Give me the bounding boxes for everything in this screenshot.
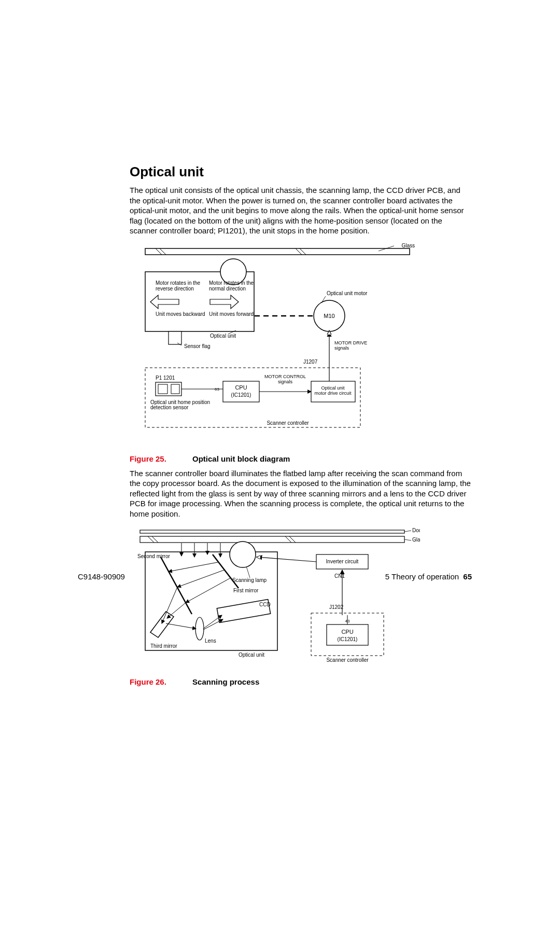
label-cn1: CN1 [334, 573, 345, 579]
svg-rect-16 [158, 384, 167, 394]
footer-chapter: 5 Theory of operation 65 [385, 572, 472, 581]
svg-point-30 [230, 542, 256, 567]
label-ic1201-2: (IC1201) [338, 636, 358, 642]
svg-rect-17 [171, 384, 179, 394]
label-j1202: J1202 [329, 604, 344, 610]
label-scanner-controller2: Scanner controller [326, 657, 369, 663]
footer-chapter-text: 5 Theory of operation [385, 572, 459, 581]
paragraph-2: The scanner controller board illuminates… [130, 468, 472, 519]
label-home-sensor: Optical unit home positiondetection sens… [150, 399, 210, 410]
footer-part-number: C9148-90909 [78, 572, 125, 581]
label-glass: Glass [401, 243, 415, 248]
label-second-mirror: Second mirror [137, 553, 170, 559]
figure-25-number: Figure 25. [130, 454, 166, 463]
label-ic1201: (IC1201) [231, 392, 251, 398]
label-unit-forward: Unit moves forward [209, 311, 254, 317]
label-motor-drive: MOTOR DRIVEsignals [334, 340, 367, 351]
page-content: Optical unit The optical unit consists o… [130, 164, 472, 691]
label-unit-back: Unit moves backward [156, 311, 205, 317]
svg-line-23 [404, 531, 411, 532]
paragraph-1: The optical unit consists of the optical… [130, 185, 472, 236]
label-pin63: 63 [215, 387, 219, 392]
label-j1207: J1207 [303, 359, 318, 365]
label-first-mirror: First mirror [233, 588, 259, 593]
label-glass2: Glass [412, 537, 420, 543]
label-ccd: CCD [259, 602, 271, 607]
label-m10: M10 [324, 313, 334, 319]
svg-rect-0 [145, 248, 410, 255]
label-lens: Lens [205, 638, 216, 644]
page: Optical unit The optical unit consists o… [0, 0, 560, 930]
svg-rect-24 [140, 536, 404, 543]
label-pi1201: P1 1201 [156, 375, 175, 381]
label-third-mirror: Third mirror [150, 643, 177, 649]
label-sensor-flag: Sensor flag [184, 343, 211, 349]
label-scanning-lamp: Scanning lamp [232, 577, 267, 583]
figure-26-caption: Figure 26. Scanning process [130, 677, 472, 686]
label-cpu2: CPU [341, 629, 353, 635]
figure-25-caption: Figure 25. Optical unit block diagram [130, 454, 472, 463]
label-optical-unit-motor: Optical unit motor [327, 290, 368, 296]
svg-rect-8 [169, 331, 181, 344]
svg-rect-22 [140, 530, 404, 533]
footer-page-number: 65 [463, 572, 472, 581]
label-optical-unit2: Optical unit [239, 652, 264, 658]
label-optical-unit: Optical unit [210, 333, 236, 339]
svg-point-43 [195, 617, 204, 640]
figure-25-title: Optical unit block diagram [192, 454, 290, 463]
label-document: Document [412, 528, 420, 533]
svg-rect-52 [327, 624, 368, 645]
section-title: Optical unit [130, 164, 472, 180]
label-cpu: CPU [235, 384, 247, 391]
svg-line-29 [404, 539, 411, 540]
figure-25-diagram: Glass Motor rotates in thereverse direct… [130, 243, 420, 448]
label-motor-control: MOTOR CONTROLsignals [264, 374, 306, 384]
label-scanner-controller: Scanner controller [267, 420, 309, 426]
figure-26-diagram: Document Glass Scanning lamp First mirro… [130, 526, 420, 671]
figure-26-number: Figure 26. [130, 677, 166, 686]
label-motor-rev: Motor rotates in thereverse direction [156, 280, 201, 292]
figure-26-title: Scanning process [192, 677, 259, 686]
label-inverter: Inverter circuit [326, 559, 359, 564]
